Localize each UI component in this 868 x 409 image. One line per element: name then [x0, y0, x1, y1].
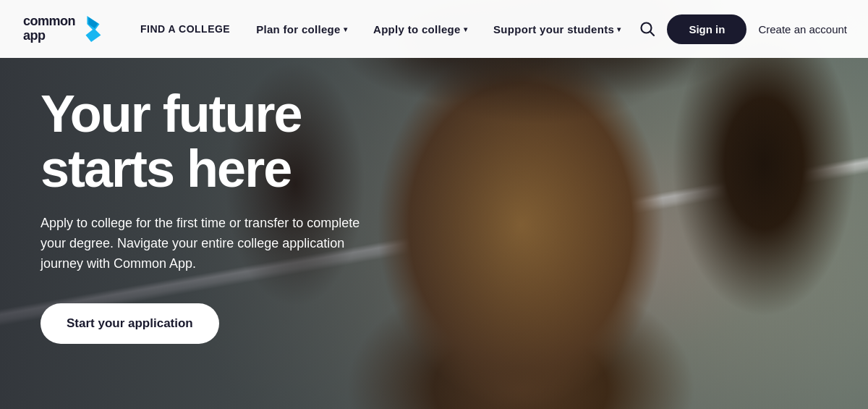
create-account-link[interactable]: Create an account — [752, 23, 847, 35]
start-application-button[interactable]: Start your application — [41, 303, 219, 344]
support-chevron-icon: ▾ — [617, 25, 621, 33]
search-button[interactable] — [634, 15, 661, 43]
nav-links: FIND A COLLEGE Plan for college ▾ Apply … — [127, 0, 634, 58]
nav-right-actions: Sign in Create an account — [634, 14, 847, 44]
main-nav: common app FIND A COLLEGE Plan for colle… — [0, 0, 868, 58]
svg-line-1 — [650, 32, 654, 35]
logo-icon — [81, 14, 104, 43]
nav-apply-to-college[interactable]: Apply to college ▾ — [360, 0, 480, 58]
plan-chevron-icon: ▾ — [344, 25, 347, 33]
hero-content-area: Your future starts here Apply to college… — [41, 87, 388, 344]
hero-section: Your future starts here Apply to college… — [0, 0, 868, 409]
apply-chevron-icon: ▾ — [464, 25, 467, 33]
logo[interactable]: common app — [23, 14, 104, 43]
hero-subtitle: Apply to college for the first time or t… — [41, 214, 388, 274]
nav-find-college[interactable]: FIND A COLLEGE — [127, 0, 243, 58]
nav-support-students[interactable]: Support your students ▾ — [480, 0, 634, 58]
search-icon — [639, 21, 655, 37]
signin-button[interactable]: Sign in — [667, 14, 746, 44]
logo-text: common app — [23, 14, 75, 43]
nav-plan-for-college[interactable]: Plan for college ▾ — [243, 0, 360, 58]
hero-title: Your future starts here — [41, 87, 388, 196]
